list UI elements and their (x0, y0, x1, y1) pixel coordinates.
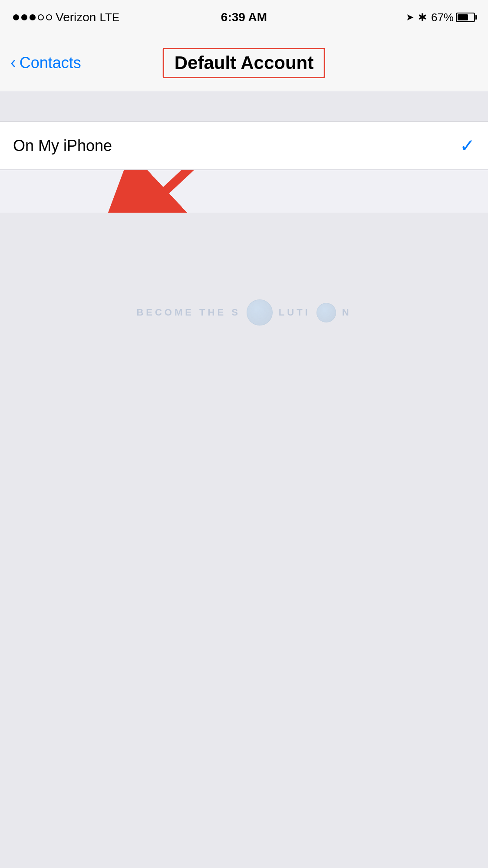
nav-title-container: Default Account (163, 48, 325, 78)
battery-icon (456, 13, 475, 22)
signal-dot-3 (30, 14, 36, 20)
bluetooth-icon: ✱ (418, 11, 427, 23)
checkmark-icon: ✓ (460, 135, 475, 156)
watermark-text-right: LUTI (279, 307, 310, 318)
status-left: Verizon LTE (13, 10, 119, 24)
signal-dot-2 (21, 14, 27, 20)
watermark-container: BECOME THE S LUTI N (136, 299, 351, 326)
page-title: Default Account (175, 53, 313, 73)
status-bar: Verizon LTE 6:39 AM ➤ ✱ 67% (0, 0, 488, 35)
signal-dot-5 (46, 14, 52, 20)
status-right: ➤ ✱ 67% (406, 11, 475, 24)
network-type: LTE (99, 11, 119, 24)
status-time: 6:39 AM (221, 10, 267, 24)
list-section: On My iPhone ✓ (0, 122, 488, 170)
on-my-iphone-label: On My iPhone (13, 137, 112, 155)
back-button[interactable]: ‹ Contacts (10, 53, 81, 72)
watermark-text-end: N (342, 307, 352, 318)
battery-container: 67% (431, 11, 475, 24)
battery-percent: 67% (431, 11, 454, 24)
nav-bar: ‹ Contacts Default Account (0, 35, 488, 91)
signal-dots (13, 14, 52, 20)
list-row[interactable]: On My iPhone ✓ (0, 122, 488, 170)
signal-dot-1 (13, 14, 19, 20)
watermark-globe-2 (317, 303, 336, 322)
location-icon: ➤ (406, 12, 414, 23)
bottom-area: BECOME THE S LUTI N (0, 213, 488, 868)
back-chevron-icon: ‹ (10, 53, 16, 72)
battery-fill (458, 14, 468, 20)
back-button-label: Contacts (20, 54, 81, 72)
watermark-text-left: BECOME THE S (136, 307, 240, 318)
watermark-globe (247, 299, 273, 326)
signal-dot-4 (38, 14, 44, 20)
nav-title-box: Default Account (163, 48, 325, 78)
section-gap (0, 91, 488, 122)
carrier-name: Verizon (56, 10, 96, 24)
